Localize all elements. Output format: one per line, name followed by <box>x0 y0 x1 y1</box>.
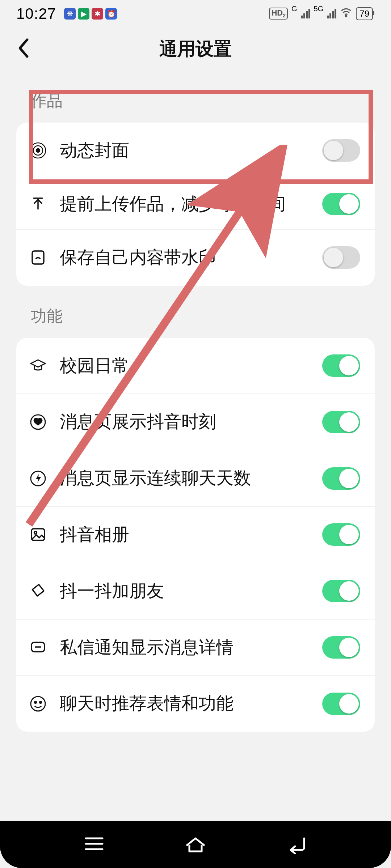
status-app-icon: ▶ <box>78 8 89 20</box>
row-label: 聊天时推荐表情和功能 <box>60 692 310 715</box>
row-label: 抖一抖加朋友 <box>60 579 310 603</box>
row-label: 保存自己内容带水印 <box>60 246 310 269</box>
status-right: HD2 G 5G 79 <box>269 6 373 21</box>
wifi-icon <box>340 6 352 21</box>
emoji-icon <box>29 695 47 713</box>
hd-icon: HD2 <box>269 8 288 19</box>
nav-back-button[interactable] <box>284 834 310 855</box>
toggle-emoji-rec[interactable] <box>322 693 360 715</box>
svg-point-3 <box>36 149 40 152</box>
status-app-icon: ✱ <box>92 8 103 20</box>
bubble-icon <box>29 638 47 656</box>
toggle-chat-streak[interactable] <box>322 467 360 490</box>
svg-point-15 <box>40 701 42 703</box>
toggle-campus[interactable] <box>322 354 360 377</box>
card-features: 校园日常 消息页展示抖音时刻 消息页显示连续聊天天数 抖音相册 <box>16 338 375 732</box>
album-icon <box>29 526 47 544</box>
shake-icon <box>29 582 47 600</box>
svg-point-10 <box>34 532 37 534</box>
toggle-preupload[interactable] <box>322 193 360 215</box>
bolt-circle-icon <box>29 469 47 488</box>
section-label-features: 功能 <box>0 286 391 338</box>
toggle-shake[interactable] <box>322 580 360 602</box>
row-label: 消息页展示抖音时刻 <box>60 410 310 434</box>
toggle-album[interactable] <box>322 523 360 546</box>
row-chat-streak[interactable]: 消息页显示连续聊天天数 <box>16 450 375 507</box>
heart-circle-icon <box>29 413 47 431</box>
upload-icon <box>29 195 47 213</box>
row-album[interactable]: 抖音相册 <box>16 507 375 563</box>
page-title: 通用设置 <box>159 37 232 61</box>
row-preupload[interactable]: 提前上传作品，减少等待时间 <box>16 179 375 230</box>
row-shake[interactable]: 抖一抖加朋友 <box>16 563 375 620</box>
battery-icon: 79 <box>356 7 373 20</box>
status-time: 10:27 <box>16 5 56 22</box>
status-left: 10:27 ❋ ▶ ✱ ⏰ <box>16 5 117 22</box>
row-dm-details[interactable]: 私信通知显示消息详情 <box>16 620 375 676</box>
toggle-dm-details[interactable] <box>322 636 360 659</box>
svg-point-0 <box>346 16 347 17</box>
row-campus[interactable]: 校园日常 <box>16 338 375 394</box>
row-watermark[interactable]: 保存自己内容带水印 <box>16 230 375 286</box>
signal-5g-icon <box>327 9 336 18</box>
nav-home-button[interactable] <box>183 834 208 855</box>
card-works: 动态封面 提前上传作品，减少等待时间 保存自己内容带水印 <box>16 123 375 286</box>
row-dynamic-cover[interactable]: 动态封面 <box>16 123 375 179</box>
svg-rect-9 <box>31 529 45 540</box>
signal-icon <box>301 9 310 18</box>
row-label: 提前上传作品，减少等待时间 <box>60 192 310 216</box>
svg-point-13 <box>31 697 45 711</box>
system-navbar <box>0 821 391 868</box>
row-label: 校园日常 <box>60 354 310 378</box>
toggle-watermark[interactable] <box>322 246 360 269</box>
watermark-icon <box>29 248 47 267</box>
grad-cap-icon <box>29 357 47 375</box>
status-app-icons: ❋ ▶ ✱ ⏰ <box>64 8 117 20</box>
section-label-works: 作品 <box>0 71 391 123</box>
toggle-moments[interactable] <box>322 411 360 433</box>
status-app-icon: ⏰ <box>105 8 117 20</box>
row-label: 抖音相册 <box>60 523 310 546</box>
row-moments[interactable]: 消息页展示抖音时刻 <box>16 394 375 450</box>
back-button[interactable] <box>16 37 31 60</box>
svg-point-14 <box>35 701 37 703</box>
record-icon <box>29 141 47 159</box>
row-label: 私信通知显示消息详情 <box>60 636 310 659</box>
page-header: 通用设置 <box>0 27 391 71</box>
row-label: 动态封面 <box>60 139 310 162</box>
nav-recent-button[interactable] <box>81 834 107 855</box>
status-app-icon: ❋ <box>64 8 76 20</box>
toggle-dynamic-cover[interactable] <box>322 139 360 162</box>
row-label: 消息页显示连续聊天天数 <box>60 467 310 490</box>
status-bar: 10:27 ❋ ▶ ✱ ⏰ HD2 G 5G 79 <box>0 0 391 27</box>
row-emoji-rec[interactable]: 聊天时推荐表情和功能 <box>16 676 375 732</box>
